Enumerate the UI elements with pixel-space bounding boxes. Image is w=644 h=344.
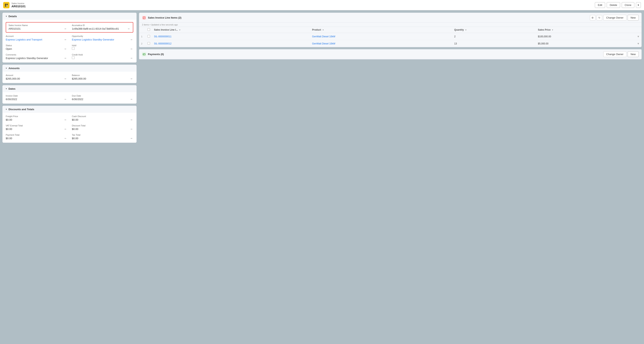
col-quantity-label: Quantity (454, 28, 464, 31)
table-row: 2 SIL-0000000012 GenWatt Diesel 10kW 13 … (139, 40, 642, 47)
hold-checkbox[interactable] (72, 47, 75, 50)
status-edit-icon[interactable]: ✏ (64, 48, 66, 50)
dates-section-header[interactable]: ▼ Dates (2, 85, 136, 92)
sales-invoice-name-edit-icon[interactable]: ✏ (64, 28, 66, 30)
discount-total-edit-icon[interactable]: ✏ (131, 128, 132, 130)
header-left: Sales Invoice AR010101 (3, 2, 26, 8)
tax-total-value: $0.00 (72, 136, 133, 140)
sales-invoice-name-field: Sales Invoice Name AR010101 ✏ (8, 24, 67, 30)
status-field: Status Open ✏ (6, 44, 67, 51)
cash-discount-label: Cash Discount (72, 115, 133, 118)
line-items-refresh-button[interactable]: ↻ (596, 15, 602, 20)
row-1-product-link[interactable]: GenWatt Diesel 10kW (312, 35, 336, 38)
line-items-table-head: Sales Invoice Line I... ▾ Product ▾ Quan… (139, 27, 642, 33)
payment-total-label: Payment Total (6, 134, 67, 136)
status-label: Status (6, 44, 67, 46)
main-content: ▼ Details Sales Invoice Name AR010101 ✏ … (0, 10, 644, 344)
comments-edit-icon[interactable]: ✏ (64, 57, 66, 60)
row-1-product: GenWatt Diesel 10kW (310, 33, 452, 40)
payments-card: Payments (0) Change Owner New (139, 49, 642, 60)
col-quantity-header[interactable]: Quantity ▾ (452, 27, 536, 33)
row-1-dropdown-icon[interactable]: ▾ (638, 35, 639, 38)
amounts-section-body: Amount $265,000.00 ✏ Balance $265,000.00… (2, 72, 136, 83)
col-actions-header (636, 27, 642, 33)
hold-field: Hold ✏ (72, 44, 133, 51)
row-2-num: 2 (139, 40, 146, 47)
amounts-section-header[interactable]: ▼ Amounts (2, 65, 136, 72)
row-1-checkbox[interactable] (148, 35, 150, 38)
right-panel: Sales Invoice Line Items (2) ⚙ ↻ Change … (139, 13, 642, 342)
invoice-date-edit-icon[interactable]: ✏ (64, 98, 66, 101)
amount-edit-icon[interactable]: ✏ (64, 78, 66, 80)
row-1-action: ▾ (636, 33, 642, 40)
credit-hold-edit-icon[interactable]: ✏ (131, 57, 132, 60)
opportunity-value[interactable]: Express Logistics Standby Generator (72, 38, 133, 42)
acumatica-id-edit-icon[interactable]: ✏ (128, 28, 130, 30)
freight-price-field: Freight Price $0.00 ✏ (6, 115, 67, 122)
row-1-sales-price: $100,000.00 (536, 33, 636, 40)
payment-total-edit-icon[interactable]: ✏ (64, 137, 66, 140)
svg-rect-1 (6, 4, 8, 5)
vat-exempt-edit-icon[interactable]: ✏ (64, 128, 66, 130)
amount-field: Amount $265,000.00 ✏ (6, 74, 67, 80)
tax-total-edit-icon[interactable]: ✏ (131, 137, 132, 140)
left-panel: ▼ Details Sales Invoice Name AR010101 ✏ … (2, 13, 136, 342)
select-all-checkbox[interactable] (148, 28, 150, 31)
due-date-value: 6/30/2022 (72, 97, 133, 101)
account-value[interactable]: Express Logistics and Transport (6, 38, 67, 42)
payments-change-owner-button[interactable]: Change Owner (603, 51, 626, 57)
col-check-header (146, 27, 152, 33)
account-field: Account Express Logistics and Transport … (6, 35, 67, 42)
amounts-chevron-icon: ▼ (5, 67, 7, 69)
balance-edit-icon[interactable]: ✏ (131, 78, 132, 80)
edit-button[interactable]: Edit (595, 2, 605, 8)
row-2-product-link[interactable]: GenWatt Diesel 10kW (312, 42, 336, 45)
opportunity-edit-icon[interactable]: ✏ (131, 38, 132, 41)
row-1-quantity: 2 (452, 33, 536, 40)
details-section: ▼ Details Sales Invoice Name AR010101 ✏ … (2, 13, 136, 62)
discount-total-field: Discount Total $0.00 ✏ (72, 124, 133, 131)
due-date-edit-icon[interactable]: ✏ (131, 98, 132, 101)
col-line-header[interactable]: Sales Invoice Line I... ▾ (152, 27, 310, 33)
col-sales-price-header[interactable]: Sales Price ▾ (536, 27, 636, 33)
table-header-row: Sales Invoice Line I... ▾ Product ▾ Quan… (139, 27, 642, 33)
freight-price-value: $0.00 (6, 118, 67, 122)
delete-button[interactable]: Delete (607, 2, 620, 8)
account-edit-icon[interactable]: ✏ (64, 38, 66, 41)
payments-header-right: Change Owner New (603, 51, 639, 57)
freight-price-edit-icon[interactable]: ✏ (64, 119, 66, 121)
cash-discount-value: $0.00 (72, 118, 133, 122)
details-section-body: Sales Invoice Name AR010101 ✏ Acumatica … (2, 20, 136, 62)
dates-section: ▼ Dates Invoice Date 6/30/2022 ✏ Due Dat… (2, 85, 136, 104)
discounts-section-header[interactable]: ▼ Discounts and Totals (2, 106, 136, 113)
clone-button[interactable]: Clone (622, 2, 634, 8)
header-subtitle: Sales Invoice (12, 2, 26, 4)
amounts-section: ▼ Amounts Amount $265,000.00 ✏ Balance $… (2, 64, 136, 83)
invoice-date-label: Invoice Date (6, 94, 67, 97)
details-section-header[interactable]: ▼ Details (2, 13, 136, 20)
acumatica-id-value: 1c6fa388-8af8-ec11-8314-0a73b856cc81 (72, 27, 130, 30)
row-2-line-link[interactable]: SIL-0000000012 (154, 42, 172, 45)
discount-total-label: Discount Total (72, 124, 133, 127)
payments-icon (142, 52, 146, 56)
cash-discount-edit-icon[interactable]: ✏ (131, 119, 132, 121)
row-2-dropdown-icon[interactable]: ▾ (638, 42, 639, 45)
more-actions-button[interactable]: ▾ (636, 2, 641, 8)
hold-edit-icon[interactable]: ✏ (131, 48, 132, 50)
header-actions: Edit Delete Clone ▾ (595, 2, 641, 8)
line-items-change-owner-button[interactable]: Change Owner (603, 15, 626, 20)
row-2-checkbox[interactable] (148, 42, 150, 45)
col-product-header[interactable]: Product ▾ (310, 27, 452, 33)
line-items-subtitle: 2 items • Updated a few seconds ago (139, 23, 642, 27)
line-items-new-button[interactable]: New (628, 15, 639, 20)
credit-hold-checkbox[interactable] (72, 56, 75, 59)
row-1-line: SIL-0000000011 (152, 33, 310, 40)
payments-new-button[interactable]: New (628, 51, 639, 57)
row-2-product: GenWatt Diesel 10kW (310, 40, 452, 47)
col-product-label: Product (312, 28, 321, 31)
row-1-line-link[interactable]: SIL-0000000011 (154, 35, 172, 38)
balance-field: Balance $265,000.00 ✏ (72, 74, 133, 80)
line-items-settings-button[interactable]: ⚙ (590, 15, 596, 20)
acumatica-id-field: Acumatica ID 1c6fa388-8af8-ec11-8314-0a7… (72, 24, 130, 30)
line-items-table-container: Sales Invoice Line I... ▾ Product ▾ Quan… (139, 27, 642, 47)
